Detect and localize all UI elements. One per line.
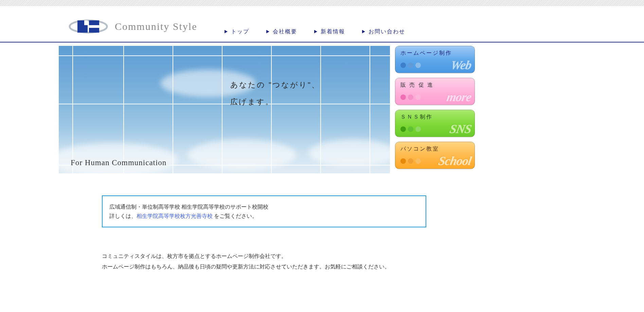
logo[interactable]: Community Style (68, 16, 197, 37)
side-buttons: ホームページ制作 Web 販 売 促 進 more ＳＮＳ制作 SNS パソコン… (395, 46, 475, 173)
side-btn-big: SNS (448, 122, 472, 136)
body-p2: ホームページ制作はもちろん、納品後も日頃の疑問や更新方法に対応させていただきます… (102, 262, 435, 272)
nav-company[interactable]: 会社概要 (266, 28, 297, 35)
side-btn-sns[interactable]: ＳＮＳ制作 SNS (395, 110, 475, 137)
logo-text: Community Style (115, 21, 197, 32)
side-btn-label: 販 売 促 進 (400, 82, 434, 89)
nav-top[interactable]: トップ (225, 28, 249, 35)
triangle-icon (266, 30, 269, 33)
nav-news[interactable]: 新着情報 (314, 28, 345, 35)
svg-point-0 (70, 20, 107, 33)
triangle-icon (362, 30, 365, 33)
svg-rect-3 (89, 28, 99, 33)
top-stripe (0, 0, 644, 6)
side-btn-label: パソコン教室 (400, 145, 439, 153)
info-link[interactable]: 相生学院高等学校枚方光善寺校 (137, 213, 213, 219)
dots-icon (400, 126, 421, 132)
dots-icon (400, 94, 421, 100)
side-btn-big: more (445, 90, 472, 104)
header: Community Style トップ 会社概要 新着情報 お問い合わせ (0, 6, 644, 42)
nav-contact[interactable]: お問い合わせ (362, 28, 405, 35)
nav-label: 会社概要 (273, 28, 297, 35)
hero-headline-2: 広げます。 (230, 97, 274, 107)
dots-icon (400, 63, 421, 68)
info-line-2: 詳しくは、相生学院高等学校枚方光善寺校 をご覧ください。 (109, 211, 419, 221)
triangle-icon (225, 30, 228, 33)
nav-label: お問い合わせ (369, 28, 405, 35)
side-btn-big: Web (449, 58, 472, 72)
nav: トップ 会社概要 新着情報 お問い合わせ (225, 18, 405, 35)
side-btn-school[interactable]: パソコン教室 School (395, 142, 475, 169)
content: 広域通信制・単位制高等学校 相生学院高等学校のサポート校開校 詳しくは、相生学院… (0, 173, 435, 272)
body-p1: コミュニティスタイルは、枚方市を拠点とするホームページ制作会社です。 (102, 251, 435, 261)
hero-banner: あなたの "つながり"、 広げます。 For Human Communicati… (59, 46, 390, 173)
dots-icon (400, 158, 421, 164)
side-btn-promotion[interactable]: 販 売 促 進 more (395, 78, 475, 105)
body-text: コミュニティスタイルは、枚方市を拠点とするホームページ制作会社です。 ホームペー… (102, 251, 435, 272)
hero-headline-1: あなたの "つながり"、 (230, 80, 320, 90)
side-btn-label: ホームページ制作 (400, 50, 452, 57)
nav-label: 新着情報 (321, 28, 345, 35)
side-btn-web[interactable]: ホームページ制作 Web (395, 46, 475, 73)
info-prefix: 詳しくは、 (109, 213, 137, 219)
hero-tagline: For Human Communication (71, 158, 166, 167)
svg-rect-4 (84, 20, 88, 25)
info-line-1: 広域通信制・単位制高等学校 相生学院高等学校のサポート校開校 (109, 202, 419, 211)
nav-label: トップ (231, 28, 249, 35)
triangle-icon (314, 30, 317, 33)
main-area: あなたの "つながり"、 広げます。 For Human Communicati… (0, 42, 644, 173)
svg-rect-2 (89, 20, 99, 25)
svg-rect-5 (89, 25, 92, 28)
info-box: 広域通信制・単位制高等学校 相生学院高等学校のサポート校開校 詳しくは、相生学院… (102, 195, 426, 227)
side-btn-label: ＳＮＳ制作 (400, 114, 433, 121)
side-btn-big: School (437, 154, 472, 168)
logo-mark-icon (68, 16, 109, 37)
info-suffix: をご覧ください。 (213, 213, 257, 219)
